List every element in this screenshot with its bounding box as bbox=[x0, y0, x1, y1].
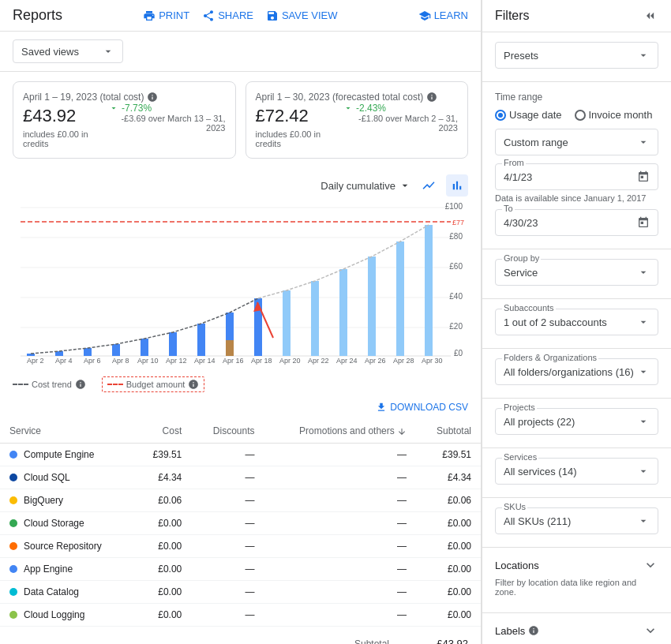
service-cell: Cloud Storage bbox=[0, 512, 133, 535]
services-dropdown[interactable]: Services All services (14) bbox=[495, 458, 658, 485]
subtotal-cell: £0.06 bbox=[416, 489, 481, 512]
subtotal-cell: £0.00 bbox=[416, 558, 481, 581]
time-range-title: Time range bbox=[495, 92, 658, 103]
to-label: To bbox=[502, 204, 515, 213]
line-chart-button[interactable] bbox=[418, 174, 440, 197]
totals-section: Subtotal £43.92 Tax — Filtered total £43… bbox=[0, 627, 481, 644]
share-label: SHARE bbox=[218, 9, 253, 21]
legend-cost-trend: Cost trend bbox=[13, 379, 86, 390]
skus-value: All SKUs (211) bbox=[504, 515, 571, 527]
learn-label: LEARN bbox=[434, 9, 468, 21]
info-icon-actual[interactable] bbox=[147, 92, 158, 103]
discounts-cell: — bbox=[191, 512, 264, 535]
svg-rect-16 bbox=[84, 348, 92, 356]
share-button[interactable]: SHARE bbox=[202, 9, 253, 22]
download-label: DOWNLOAD CSV bbox=[390, 402, 468, 413]
stat-actual-label: April 1 – 19, 2023 (total cost) bbox=[23, 92, 226, 103]
collapse-filters-icon[interactable] bbox=[643, 8, 658, 24]
chart-dropdown-chevron bbox=[399, 179, 411, 192]
table-row: Cloud Storage £0.00 — — £0.00 bbox=[0, 512, 481, 535]
svg-text:Apr 26: Apr 26 bbox=[365, 357, 386, 365]
promotions-cell: — bbox=[264, 444, 417, 466]
date-type-radios: Usage date Invoice month bbox=[495, 109, 658, 121]
svg-text:Apr 10: Apr 10 bbox=[137, 357, 159, 365]
col-discounts: Discounts bbox=[191, 419, 264, 444]
custom-range-dropdown[interactable]: Custom range bbox=[495, 129, 658, 155]
group-by-section: Group by Service bbox=[482, 249, 671, 299]
services-chevron bbox=[637, 465, 650, 477]
promotions-cell: — bbox=[264, 512, 417, 535]
cost-cell: £0.00 bbox=[133, 558, 191, 581]
labels-toggle[interactable]: Labels bbox=[495, 623, 658, 638]
stat-actual-sub2: -£3.69 over March 13 – 31, 2023 bbox=[109, 114, 225, 133]
table-row: BigQuery £0.06 — — £0.06 bbox=[0, 489, 481, 512]
learn-button[interactable]: LEARN bbox=[418, 9, 468, 22]
svg-text:Apr 28: Apr 28 bbox=[393, 357, 414, 365]
stat-actual-change: -7.73% bbox=[109, 103, 225, 114]
folders-dropdown[interactable]: Folders & Organizations All folders/orga… bbox=[495, 358, 658, 385]
invoice-month-radio[interactable]: Invoice month bbox=[575, 109, 653, 121]
presets-section: Presets bbox=[482, 32, 671, 82]
invoice-month-radio-circle bbox=[575, 110, 586, 121]
to-calendar-icon bbox=[637, 216, 650, 229]
skus-dropdown[interactable]: SKUs All SKUs (211) bbox=[495, 507, 658, 534]
save-view-icon bbox=[266, 9, 279, 22]
info-icon-forecast[interactable] bbox=[426, 92, 437, 103]
cost-cell: £0.00 bbox=[133, 512, 191, 535]
table-row: App Engine £0.00 — — £0.00 bbox=[0, 558, 481, 581]
labels-info-icon[interactable] bbox=[528, 625, 539, 636]
print-button[interactable]: PRINT bbox=[143, 9, 189, 22]
subtotal-cell: £0.00 bbox=[416, 604, 481, 627]
svg-rect-24 bbox=[283, 290, 291, 356]
to-date-input[interactable]: To 4/30/23 bbox=[495, 209, 658, 236]
svg-rect-29 bbox=[425, 225, 433, 356]
discounts-cell: — bbox=[191, 535, 264, 558]
subaccounts-label: Subaccounts bbox=[502, 303, 556, 313]
usage-date-radio[interactable]: Usage date bbox=[495, 109, 562, 121]
from-hint: Data is available since January 1, 2017 bbox=[495, 193, 658, 203]
saved-views-dropdown[interactable]: Saved views bbox=[13, 39, 123, 63]
service-cell: Source Repository bbox=[0, 535, 133, 558]
stat-card-actual: April 1 – 19, 2023 (total cost) £43.92 i… bbox=[13, 81, 236, 159]
subtotal-cell: £0.00 bbox=[416, 512, 481, 535]
group-by-dropdown[interactable]: Group by Service bbox=[495, 259, 658, 286]
projects-label: Projects bbox=[502, 402, 537, 412]
legend-budget-info[interactable] bbox=[188, 379, 199, 390]
subaccounts-chevron bbox=[637, 316, 650, 328]
subaccounts-value: 1 out of 2 subaccounts bbox=[504, 316, 607, 328]
custom-range-label: Custom range bbox=[504, 137, 568, 148]
stat-forecast-sub2: -£1.80 over March 2 – 31, 2023 bbox=[343, 114, 458, 133]
sort-icon[interactable] bbox=[397, 427, 407, 436]
locations-toggle[interactable]: Locations bbox=[495, 557, 658, 573]
bar-chart-button[interactable] bbox=[446, 174, 468, 197]
discounts-cell: — bbox=[191, 489, 264, 512]
svg-rect-27 bbox=[368, 256, 376, 356]
stat-actual-sub1: includes £0.00 in credits bbox=[23, 129, 109, 148]
svg-text:£0: £0 bbox=[454, 349, 463, 358]
chart-type-dropdown[interactable]: Daily cumulative bbox=[321, 179, 411, 192]
service-cell: Compute Engine bbox=[0, 444, 133, 466]
service-dot bbox=[9, 588, 17, 596]
svg-text:Apr 24: Apr 24 bbox=[336, 357, 358, 365]
service-cell: Cloud SQL bbox=[0, 466, 133, 489]
save-view-button[interactable]: SAVE VIEW bbox=[266, 9, 338, 22]
table-row: Cloud SQL £4.34 — — £4.34 bbox=[0, 466, 481, 489]
page-title: Reports bbox=[13, 7, 62, 24]
from-calendar-icon bbox=[637, 170, 650, 183]
services-value: All services (14) bbox=[504, 466, 576, 477]
svg-text:Apr 6: Apr 6 bbox=[84, 357, 101, 365]
legend-cost-trend-info[interactable] bbox=[75, 379, 86, 390]
subaccounts-dropdown[interactable]: Subaccounts 1 out of 2 subaccounts bbox=[495, 309, 658, 335]
table-row: Source Repository £0.00 — — £0.00 bbox=[0, 535, 481, 558]
service-cell: App Engine bbox=[0, 558, 133, 581]
from-date-input[interactable]: From 4/1/23 bbox=[495, 163, 658, 190]
print-label: PRINT bbox=[159, 9, 189, 21]
legend-cost-trend-line bbox=[13, 384, 28, 385]
projects-dropdown[interactable]: Projects All projects (22) bbox=[495, 408, 658, 435]
stat-forecast-value: £72.42 bbox=[256, 106, 344, 126]
download-csv-button[interactable]: DOWNLOAD CSV bbox=[376, 402, 468, 413]
presets-dropdown[interactable]: Presets bbox=[495, 42, 658, 69]
subtotal-value: £43.92 bbox=[421, 638, 468, 644]
promotions-cell: — bbox=[264, 466, 417, 489]
projects-section: Projects All projects (22) bbox=[482, 399, 671, 448]
